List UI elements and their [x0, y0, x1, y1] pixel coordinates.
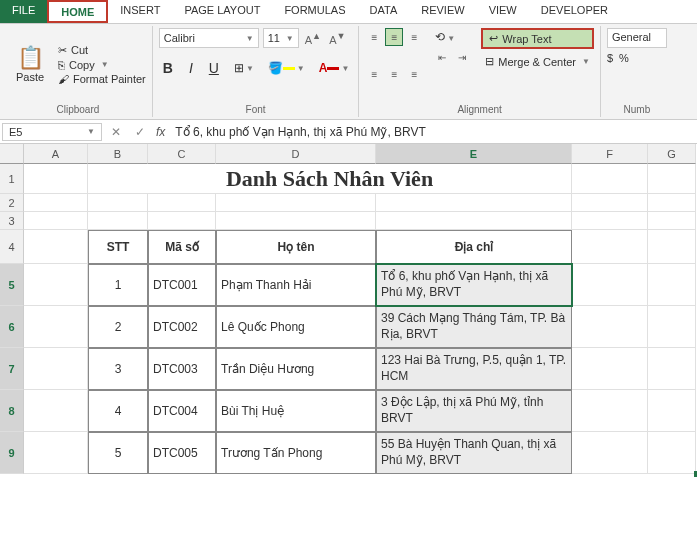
cancel-button[interactable]: ✕	[104, 125, 128, 139]
enter-button[interactable]: ✓	[128, 125, 152, 139]
cell[interactable]	[148, 212, 216, 230]
increase-font-button[interactable]: A▲	[303, 30, 323, 47]
tab-page-layout[interactable]: PAGE LAYOUT	[172, 0, 272, 23]
decrease-font-button[interactable]: A▼	[327, 30, 347, 47]
merge-center-button[interactable]: ⊟Merge & Center▼	[481, 53, 594, 70]
data-cell[interactable]: Trần Diệu Hương	[216, 348, 376, 390]
cell[interactable]	[24, 230, 88, 264]
col-header[interactable]: C	[148, 144, 216, 164]
bold-button[interactable]: B	[159, 58, 177, 78]
cell[interactable]	[648, 164, 696, 194]
paste-button[interactable]: 📋 Paste	[10, 28, 50, 100]
number-format-select[interactable]: General	[607, 28, 667, 48]
col-header[interactable]: A	[24, 144, 88, 164]
cell[interactable]	[648, 212, 696, 230]
increase-indent-button[interactable]: ⇥	[453, 48, 471, 66]
cell[interactable]	[24, 212, 88, 230]
cell[interactable]	[216, 212, 376, 230]
font-color-button[interactable]: A▼	[316, 59, 353, 77]
font-name-select[interactable]: Calibri▼	[159, 28, 259, 48]
align-left-button[interactable]: ≡	[365, 65, 383, 83]
cell[interactable]	[24, 432, 88, 474]
data-cell[interactable]: DTC001	[148, 264, 216, 306]
tab-developer[interactable]: DEVELOPER	[529, 0, 620, 23]
cell[interactable]	[648, 390, 696, 432]
row-header[interactable]: 1	[0, 164, 24, 194]
cell[interactable]	[648, 306, 696, 348]
data-cell[interactable]: 39 Cách Mạng Tháng Tám, TP. Bà Rịa, BRVT	[376, 306, 572, 348]
fill-color-button[interactable]: 🪣▼	[265, 59, 308, 77]
data-cell[interactable]: 55 Bà Huyện Thanh Quan, thị xã Phú Mỹ, B…	[376, 432, 572, 474]
cell[interactable]	[648, 432, 696, 474]
data-cell[interactable]: 123 Hai Bà Trưng, P.5, quận 1, TP. HCM	[376, 348, 572, 390]
cell[interactable]	[24, 264, 88, 306]
tab-insert[interactable]: INSERT	[108, 0, 172, 23]
align-middle-button[interactable]: ≡	[385, 28, 403, 46]
cell[interactable]	[24, 164, 88, 194]
cut-button[interactable]: ✂Cut	[58, 44, 146, 57]
cell[interactable]	[24, 348, 88, 390]
format-painter-button[interactable]: 🖌Format Painter	[58, 73, 146, 85]
underline-button[interactable]: U	[205, 58, 223, 78]
row-header[interactable]: 7	[0, 348, 24, 390]
data-cell[interactable]: Bùi Thị Huệ	[216, 390, 376, 432]
cell[interactable]	[648, 348, 696, 390]
tab-formulas[interactable]: FORMULAS	[272, 0, 357, 23]
cell[interactable]	[572, 230, 648, 264]
cell[interactable]	[376, 194, 572, 212]
data-cell[interactable]: 5	[88, 432, 148, 474]
tab-review[interactable]: REVIEW	[409, 0, 476, 23]
data-cell[interactable]: DTC002	[148, 306, 216, 348]
formula-input[interactable]: Tổ 6, khu phố Vạn Hạnh, thị xã Phú Mỹ, B…	[169, 123, 697, 141]
align-center-button[interactable]: ≡	[385, 65, 403, 83]
title-cell[interactable]: Danh Sách Nhân Viên	[88, 164, 572, 194]
font-size-select[interactable]: 11▼	[263, 28, 299, 48]
cell[interactable]	[572, 306, 648, 348]
row-header[interactable]: 5	[0, 264, 24, 306]
cell[interactable]	[572, 194, 648, 212]
currency-button[interactable]: $	[607, 52, 613, 64]
header-cell[interactable]: Địa chỉ	[376, 230, 572, 264]
header-cell[interactable]: Họ tên	[216, 230, 376, 264]
italic-button[interactable]: I	[185, 58, 197, 78]
col-header[interactable]: G	[648, 144, 696, 164]
row-header[interactable]: 8	[0, 390, 24, 432]
cell[interactable]	[376, 212, 572, 230]
cell[interactable]	[572, 432, 648, 474]
select-all-corner[interactable]	[0, 144, 24, 164]
row-header[interactable]: 4	[0, 230, 24, 264]
data-cell[interactable]: 2	[88, 306, 148, 348]
border-button[interactable]: ⊞▼	[231, 59, 257, 77]
align-top-button[interactable]: ≡	[365, 28, 383, 46]
data-cell[interactable]: Trương Tấn Phong	[216, 432, 376, 474]
col-header[interactable]: D	[216, 144, 376, 164]
data-cell[interactable]: 3 Độc Lập, thị xã Phú Mỹ, tỉnh BRVT	[376, 390, 572, 432]
header-cell[interactable]: STT	[88, 230, 148, 264]
data-cell[interactable]: 3	[88, 348, 148, 390]
cell[interactable]	[88, 194, 148, 212]
orientation-button[interactable]: ⟲▼	[433, 28, 471, 46]
copy-button[interactable]: ⎘Copy▼	[58, 59, 146, 71]
data-cell[interactable]: DTC003	[148, 348, 216, 390]
wrap-text-button[interactable]: ↩Wrap Text	[481, 28, 594, 49]
decrease-indent-button[interactable]: ⇤	[433, 48, 451, 66]
col-header[interactable]: B	[88, 144, 148, 164]
cell[interactable]	[572, 164, 648, 194]
tab-data[interactable]: DATA	[358, 0, 410, 23]
tab-view[interactable]: VIEW	[477, 0, 529, 23]
cell[interactable]	[216, 194, 376, 212]
cell[interactable]	[24, 390, 88, 432]
align-right-button[interactable]: ≡	[405, 65, 423, 83]
cell[interactable]	[648, 264, 696, 306]
tab-file[interactable]: FILE	[0, 0, 47, 23]
data-cell[interactable]: DTC005	[148, 432, 216, 474]
percent-button[interactable]: %	[619, 52, 629, 64]
data-cell[interactable]: DTC004	[148, 390, 216, 432]
cell[interactable]	[572, 348, 648, 390]
cell[interactable]	[148, 194, 216, 212]
cell[interactable]	[648, 194, 696, 212]
row-header[interactable]: 3	[0, 212, 24, 230]
header-cell[interactable]: Mã số	[148, 230, 216, 264]
cell[interactable]	[572, 390, 648, 432]
data-cell[interactable]: 4	[88, 390, 148, 432]
